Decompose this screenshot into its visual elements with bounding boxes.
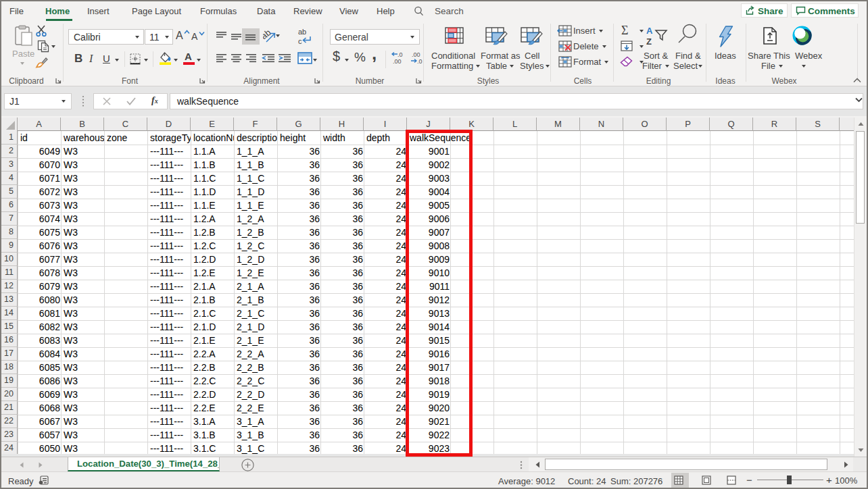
svg-text:A: A [646, 26, 653, 36]
svg-text:.00: .00 [393, 58, 402, 65]
svg-text:.00: .00 [412, 51, 420, 58]
svg-text:Z: Z [646, 36, 652, 47]
svg-text:.0: .0 [397, 51, 403, 58]
svg-text:ab: ab [263, 29, 273, 41]
svg-text:ab: ab [298, 28, 306, 36]
svg-text:.0: .0 [417, 58, 423, 65]
svg-text:c: c [298, 37, 302, 45]
